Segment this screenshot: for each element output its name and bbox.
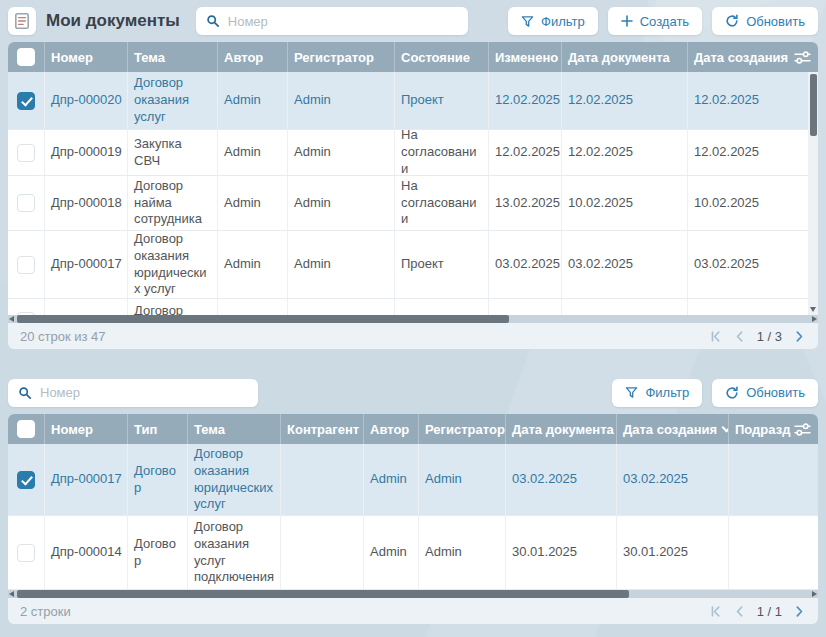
table-row[interactable]: Дпр-000014 Договор Договор оказания услу… <box>8 516 818 590</box>
header-cell-doc-date[interactable]: Дата документа <box>562 42 688 72</box>
cell-theme: Договор оказания услуг <box>128 72 218 129</box>
cell-theme: Договор <box>128 299 218 315</box>
cell-number: Дпр-000019 <box>45 130 128 175</box>
search-box <box>196 7 468 35</box>
header-created-label: Дата создания <box>623 422 717 437</box>
horizontal-scrollbar-thumb[interactable] <box>17 590 629 598</box>
refresh-button[interactable]: Обновить <box>712 379 818 407</box>
refresh-button-label: Обновить <box>746 14 805 29</box>
header-cell-doc-date[interactable]: Дата документа <box>506 414 617 444</box>
select-all-checkbox[interactable] <box>17 48 35 66</box>
scroll-left-arrow[interactable] <box>9 316 14 322</box>
cell-department <box>729 444 818 515</box>
cell-created: 10.02.2025 <box>688 176 818 230</box>
cell-checkbox <box>8 444 45 515</box>
cell-registrar: Admin <box>288 176 395 230</box>
header-cell-state[interactable]: Состояние <box>395 42 489 72</box>
table-header-row: Номер Тип Тема Контрагент Автор Регистра… <box>8 414 818 444</box>
header-cell-theme[interactable]: Тема <box>128 42 218 72</box>
cell-author: Admin <box>218 72 288 129</box>
header-created-label: Дата создания <box>694 50 788 65</box>
first-page-button[interactable] <box>709 330 722 343</box>
page-indicator: 1 / 3 <box>757 329 782 344</box>
search-icon <box>18 386 32 400</box>
cell-created <box>688 299 818 315</box>
header-cell-author[interactable]: Автор <box>364 414 419 444</box>
header-cell-created[interactable]: Дата создания <box>688 42 818 72</box>
documents-section-button[interactable] <box>8 7 36 35</box>
table-row[interactable]: Дпр-000020 Договор оказания услуг Admin … <box>8 72 818 130</box>
filter-button-label: Фильтр <box>645 385 689 400</box>
cell-checkbox <box>8 72 45 129</box>
header-cell-registrar[interactable]: Регистратор <box>288 42 395 72</box>
header-cell-modified[interactable]: Изменено <box>489 42 562 72</box>
rows-count: 20 строк из 47 <box>20 329 106 344</box>
header-cell-author[interactable]: Автор <box>218 42 288 72</box>
filter-button[interactable]: Фильтр <box>508 7 598 35</box>
table-row[interactable]: Дпр-000017 Договор Договор оказания юрид… <box>8 444 818 516</box>
horizontal-scrollbar <box>8 315 818 323</box>
header-cell-counterparty[interactable]: Контрагент <box>281 414 364 444</box>
cell-doc-date: 12.02.2025 <box>562 130 688 175</box>
refresh-button[interactable]: Обновить <box>712 7 818 35</box>
cell-checkbox <box>8 130 45 175</box>
column-settings-icon[interactable] <box>794 422 811 437</box>
create-button[interactable]: Создать <box>608 7 702 35</box>
cell-doc-date <box>562 299 688 315</box>
document-icon <box>14 12 30 30</box>
filter-button[interactable]: Фильтр <box>612 379 702 407</box>
funnel-icon <box>521 15 534 28</box>
header-cell-registrar[interactable]: Регистратор <box>419 414 506 444</box>
cell-modified <box>489 299 562 315</box>
toolbar-top: Мои документы Фильтр Создать Обновить <box>8 0 818 42</box>
row-checkbox[interactable] <box>17 471 35 489</box>
search-input[interactable] <box>228 14 458 29</box>
scroll-right-arrow[interactable] <box>812 591 817 597</box>
search-input[interactable] <box>40 385 248 400</box>
refresh-icon <box>725 14 739 28</box>
table-body: Дпр-000017 Договор Договор оказания юрид… <box>8 444 818 590</box>
related-documents-panel: Фильтр Обновить Номер Тип Тема Контраген… <box>8 371 818 624</box>
select-all-checkbox[interactable] <box>17 420 35 438</box>
cell-registrar: Admin <box>419 516 506 589</box>
table-row[interactable]: Договор <box>8 299 818 315</box>
table-row[interactable]: Дпр-000018 Договор найма сотрудника Admi… <box>8 176 818 231</box>
scroll-right-arrow[interactable] <box>812 316 817 322</box>
table-row[interactable]: Дпр-000017 Договор оказания юридических … <box>8 231 818 299</box>
cell-state: На согласовании <box>395 176 489 230</box>
cell-number: Дпр-000017 <box>45 231 128 298</box>
row-checkbox[interactable] <box>17 92 35 110</box>
row-checkbox[interactable] <box>17 144 35 162</box>
first-page-button[interactable] <box>709 605 722 618</box>
search-box <box>8 379 258 407</box>
header-cell-department[interactable]: Подразд <box>729 414 818 444</box>
cell-created: 12.02.2025 <box>688 130 818 175</box>
row-checkbox[interactable] <box>17 256 35 274</box>
chevron-down-icon <box>722 423 729 433</box>
cell-modified: 12.02.2025 <box>489 72 562 129</box>
column-settings-icon[interactable] <box>794 50 811 65</box>
vertical-scrollbar-thumb[interactable] <box>810 74 817 136</box>
next-page-button[interactable] <box>793 330 806 343</box>
scroll-left-arrow[interactable] <box>9 591 14 597</box>
cell-registrar: Admin <box>288 231 395 298</box>
cell-state: Проект <box>395 231 489 298</box>
next-page-button[interactable] <box>793 605 806 618</box>
cell-doc-date: 03.02.2025 <box>562 231 688 298</box>
scroll-down-arrow[interactable] <box>810 307 816 312</box>
cell-counterparty <box>281 516 364 589</box>
header-cell-number[interactable]: Номер <box>45 414 128 444</box>
refresh-icon <box>725 386 739 400</box>
header-cell-created-sorted[interactable]: Дата создания <box>617 414 729 444</box>
table-body: Дпр-000020 Договор оказания услуг Admin … <box>8 72 818 315</box>
header-cell-number[interactable]: Номер <box>45 42 128 72</box>
prev-page-button[interactable] <box>733 330 746 343</box>
prev-page-button[interactable] <box>733 605 746 618</box>
horizontal-scrollbar-thumb[interactable] <box>17 315 509 323</box>
header-cell-theme[interactable]: Тема <box>188 414 281 444</box>
header-cell-type[interactable]: Тип <box>128 414 188 444</box>
table-row[interactable]: Дпр-000019 Закупка СВЧ Admin Admin На со… <box>8 130 818 176</box>
row-checkbox[interactable] <box>17 544 35 562</box>
row-checkbox[interactable] <box>17 194 35 212</box>
cell-checkbox <box>8 231 45 298</box>
